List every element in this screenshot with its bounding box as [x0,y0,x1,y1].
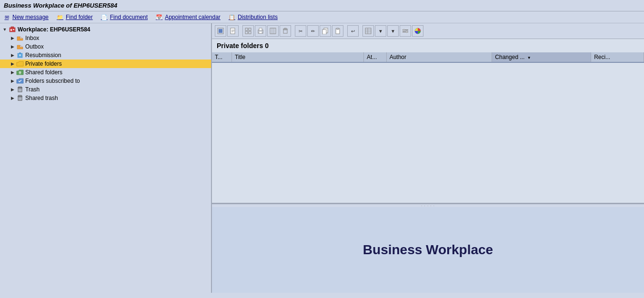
sort-arrow-icon: ▼ [527,56,531,60]
svg-point-50 [403,30,405,31]
find-folder-icon: 📁 [56,13,64,21]
appointment-calendar-menu[interactable]: 📅 Appointment calendar [155,13,221,21]
toolbar-btn-undo[interactable]: ↩ [347,25,359,37]
svg-rect-28 [245,31,248,34]
outbox-toggle[interactable]: ▶ [10,44,15,50]
toolbar-btn-columns[interactable] [267,25,279,37]
business-workplace-title: Business Workplace [363,242,493,258]
svg-rect-36 [283,29,287,33]
new-message-menu[interactable]: ✉ New message [3,13,49,21]
inbox-toggle[interactable]: ▶ [10,35,15,41]
svg-point-5 [19,71,21,74]
shared-trash-toggle[interactable]: ▶ [10,95,15,101]
svg-rect-29 [249,31,251,34]
toolbar-btn-delete[interactable] [280,25,291,37]
toolbar-btn-settings[interactable] [400,25,411,37]
workplace-icon [9,26,16,33]
trash-toggle[interactable]: ▶ [10,87,15,92]
toolbar-btn-filter2[interactable]: ▼ [387,25,399,37]
svg-point-51 [406,31,408,33]
toolbar-btn-paste[interactable] [332,25,343,37]
resubmission-toggle[interactable]: ▶ [10,52,15,58]
svg-rect-2 [10,29,12,31]
tree-shared-folders[interactable]: ▶ Shared folders [0,68,211,77]
tree-inbox[interactable]: ▶ Inbox [0,34,211,42]
col-attachments[interactable]: At... [364,52,387,62]
toolbar: ✂ ✏ ↩ ▼ ▼ [212,23,644,39]
col-title[interactable]: Title [232,52,364,62]
root-toggle[interactable]: ▼ [2,27,8,32]
private-folders-label: Private folders [25,60,62,67]
toolbar-btn-chart[interactable] [412,25,423,37]
find-document-icon: 📄 [101,13,108,21]
right-panel: ✂ ✏ ↩ ▼ ▼ [212,23,644,293]
col-changed[interactable]: Changed ... ▼ [492,52,591,62]
tree-shared-trash[interactable]: ▶ Shared trash [0,94,211,102]
svg-rect-31 [259,28,262,30]
col-type[interactable]: T... [212,52,232,62]
new-message-icon: ✉ [3,13,10,21]
bottom-panel: Business Workplace [212,207,644,293]
resubmission-icon [16,52,24,59]
col-author[interactable]: Author [386,52,492,62]
app-title: Business Workplace of EHP6USER584 [4,2,117,9]
tree-root[interactable]: ▼ Workplace: EHP6USER584 [0,25,211,34]
tree-folders-subscribed[interactable]: ▶ Folders subscribed to [0,77,211,85]
shared-folders-icon [16,69,24,76]
resubmission-label: Resubmission [25,52,61,59]
main-container: ▼ Workplace: EHP6USER584 ▶ Inbox [0,23,644,293]
svg-rect-33 [270,28,276,34]
svg-rect-0 [10,28,15,32]
svg-rect-41 [322,30,326,34]
inbox-label: Inbox [25,35,39,41]
tree-outbox[interactable]: ▶ Outbox [0,42,211,51]
toolbar-btn-edit[interactable]: ✏ [307,25,319,37]
folders-subscribed-label: Folders subscribed to [25,78,80,84]
svg-rect-32 [259,31,262,33]
shared-folders-toggle[interactable]: ▶ [10,70,15,75]
svg-rect-44 [365,28,371,34]
toolbar-btn-new[interactable] [227,25,239,37]
inbox-icon [16,35,24,41]
shared-trash-label: Shared trash [25,95,58,101]
shared-folders-label: Shared folders [25,69,62,76]
toolbar-btn-print[interactable] [255,25,266,37]
svg-rect-1 [11,27,14,28]
toolbar-btn-select[interactable] [215,25,226,37]
private-folders-toggle[interactable]: ▶ [10,61,15,67]
find-document-label: Find document [110,14,148,20]
tree-trash[interactable]: ▶ Trash [0,85,211,94]
tree-resubmission[interactable]: ▶ Resubmission [0,51,211,60]
title-bar: Business Workplace of EHP6USER584 [0,0,644,11]
toolbar-btn-table[interactable] [362,25,374,37]
folders-subscribed-icon [16,78,24,84]
table-header-row: T... Title At... Author Changed ... [212,52,644,62]
find-folder-label: Find folder [66,14,93,20]
distribution-lists-menu[interactable]: 📋 Distribution lists [228,13,278,21]
outbox-label: Outbox [25,43,44,50]
svg-rect-26 [245,28,248,30]
private-folders-icon [16,60,24,67]
tree-private-folders[interactable]: ▶ Private folders [0,60,211,68]
find-document-menu[interactable]: 📄 Find document [101,13,148,21]
toolbar-btn-copy[interactable] [320,25,331,37]
toolbar-btn-filter1[interactable]: ▼ [375,25,386,37]
col-recipients[interactable]: Reci... [591,52,644,62]
svg-rect-21 [219,29,222,33]
svg-rect-27 [249,28,251,30]
toolbar-btn-cut[interactable]: ✂ [295,25,306,37]
menu-bar: ✉ New message 📁 Find folder 📄 Find docum… [0,11,644,23]
toolbar-btn-grid[interactable] [242,25,254,37]
svg-rect-3 [13,29,14,30]
calendar-icon: 📅 [155,13,163,21]
outbox-icon [16,43,24,50]
appointment-calendar-label: Appointment calendar [165,14,221,20]
new-message-label: New message [12,14,49,20]
trash-label: Trash [25,86,40,93]
shared-trash-icon [16,95,24,101]
tree-panel: ▼ Workplace: EHP6USER584 ▶ Inbox [0,23,212,293]
distribution-lists-label: Distribution lists [238,14,278,20]
find-folder-menu[interactable]: 📁 Find folder [56,13,93,21]
root-label: Workplace: EHP6USER584 [18,26,91,33]
folders-subscribed-toggle[interactable]: ▶ [10,78,15,84]
